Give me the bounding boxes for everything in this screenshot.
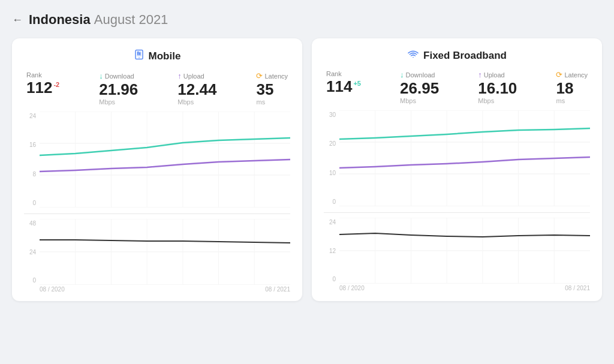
fixed-upload: ↑Upload 16.10 Mbps [478,70,517,104]
mobile-title: Mobile [24,49,290,63]
svg-rect-4 [139,52,140,55]
mobile-lat-y-labels: 48 24 0 [24,219,36,285]
wifi-icon [407,49,419,62]
mobile-icon [134,49,145,63]
fixed-y-labels: 30 20 10 0 [324,110,336,206]
mobile-chart-inner [40,112,290,207]
fixed-rank: Rank 114+5 [326,70,361,104]
mobile-x-labels: 08 / 2020 08 / 2021 [24,286,290,293]
mobile-divider [24,213,290,214]
mobile-latency: ⟳Latency 35 ms [256,71,288,106]
mobile-latency-chart: 48 24 0 [24,219,290,285]
fixed-panel: Fixed Broadband Rank 114+5 ↓Download 26.… [312,38,602,301]
mobile-rank: Rank 112-2 [26,71,59,106]
back-button[interactable]: ← [12,14,23,26]
svg-point-2 [139,58,140,59]
fixed-latency-chart: 24 12 0 [324,218,590,284]
mobile-upload: ↑Upload 12.44 Mbps [177,71,216,106]
page-title: Indonesia August 2021 [29,12,168,28]
fixed-stats: Rank 114+5 ↓Download 26.95 Mbps ↑Upload … [324,70,590,104]
mobile-download: ↓Download 21.96 Mbps [99,71,138,106]
fixed-chart-inner [339,110,590,206]
mobile-stats: Rank 112-2 ↓Download 21.96 Mbps ↑Upload … [24,71,290,106]
fixed-lat-y-labels: 24 12 0 [324,218,336,284]
fixed-x-labels: 08 / 2020 08 / 2021 [324,285,590,291]
mobile-panel: Mobile Rank 112-2 ↓Download 21.96 Mbps ↑… [12,38,302,301]
fixed-latency: ⟳Latency 18 ms [556,70,588,104]
svg-rect-3 [137,52,139,55]
mobile-y-labels: 24 16 8 0 [24,112,36,207]
fixed-download: ↓Download 26.95 Mbps [400,70,439,104]
fixed-title: Fixed Broadband [324,49,590,62]
fixed-lat-chart-inner [339,218,590,284]
panels-container: Mobile Rank 112-2 ↓Download 21.96 Mbps ↑… [12,38,602,301]
fixed-speed-chart: 30 20 10 0 [324,110,590,206]
mobile-lat-chart-inner [40,219,290,285]
fixed-divider [324,212,590,213]
mobile-speed-chart: 24 16 8 0 [24,112,290,207]
